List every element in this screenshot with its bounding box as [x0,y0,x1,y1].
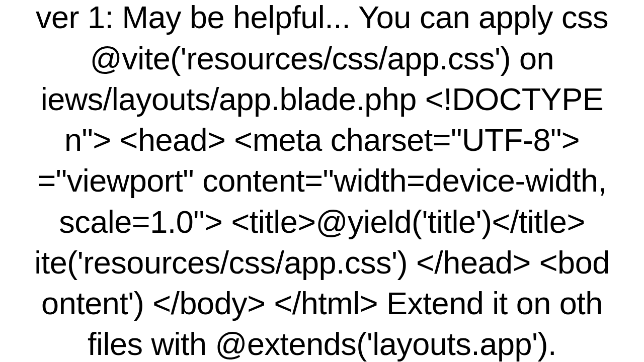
text-line-2: @vite('resources/css/app.css') on [34,38,609,79]
text-line-4: n"> <head> <meta charset="UTF-8"> [34,120,609,160]
text-line-5: ="viewport" content="width=device-width, [34,160,609,201]
text-block: ver 1: May be helpful... You can apply c… [34,0,609,362]
text-line-6: scale=1.0"> <title>@yield('title')</titl… [34,202,609,242]
text-line-3: iews/layouts/app.blade.php <!DOCTYPE [34,79,609,120]
text-line-8: ontent') </body> </html> Extend it on ot… [34,283,609,324]
text-line-9: files with @extends('layouts.app'). [34,324,609,362]
text-line-7: ite('resources/css/app.css') </head> <bo… [34,242,609,283]
text-line-1: ver 1: May be helpful... You can apply c… [34,0,609,38]
